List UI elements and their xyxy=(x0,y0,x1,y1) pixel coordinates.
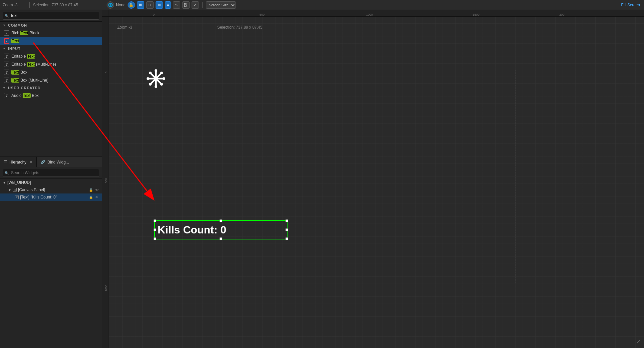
cursor-icon-btn[interactable]: ↖ xyxy=(173,1,180,9)
grid-num-btn[interactable]: 4 xyxy=(165,1,171,9)
handle-bm[interactable] xyxy=(220,237,222,240)
audio-text-box-icon: T xyxy=(4,93,9,98)
hierarchy-header: ☰ Hierarchy ✕ 🔗 Bind Widg... xyxy=(0,157,102,167)
image-icon-btn[interactable]: 🖼 xyxy=(182,1,190,9)
fill-screen-area: Fill Screen xyxy=(617,1,644,9)
ruler-mark-200: 200 xyxy=(559,13,564,16)
lock-icon[interactable]: 🔒 xyxy=(128,1,135,9)
fill-screen-button[interactable]: Fill Screen xyxy=(617,1,644,9)
hierarchy-search-input[interactable] xyxy=(3,169,99,177)
ruler-mark-500: 500 xyxy=(259,13,265,16)
hierarchy-item-canvas-panel[interactable]: ▼ □ [Canvas Panel] 🔒 👁 xyxy=(0,186,102,193)
selection-info: Selection: 737.89 x 87.45 xyxy=(33,3,100,7)
svg-point-5 xyxy=(155,85,157,88)
ruler-corner xyxy=(102,10,109,17)
zoom-label: Zoom -3 xyxy=(3,3,26,7)
handle-br[interactable] xyxy=(286,237,288,240)
snowflake-icon xyxy=(146,69,166,92)
r-button[interactable]: R xyxy=(146,1,154,9)
canvas-panel-icon: □ xyxy=(13,188,17,192)
editable-text-ml-icon: T xyxy=(4,62,9,67)
lock-small-icon[interactable]: 🔒 xyxy=(89,187,93,192)
selection-display: Selection: 737.89 x 87.45 xyxy=(217,25,262,30)
ruler-mark-0: 0 xyxy=(152,13,155,16)
canvas-grid: Zoom -3 Selection: 737.89 x 87.45 xyxy=(109,17,644,348)
hierarchy-item-label: [Canvas Panel] xyxy=(18,187,45,192)
hierarchy-item-wb-uihud[interactable]: ▼ [WB_UIHUD] xyxy=(0,179,102,186)
separator-1 xyxy=(29,2,30,8)
top-toolbar: Zoom -3 Selection: 737.89 x 87.45 🌐 None… xyxy=(0,0,644,10)
resize-handle-icon: ⤡ xyxy=(635,339,642,344)
hierarchy-close-icon[interactable]: ✕ xyxy=(30,160,32,164)
ruler-mark-v-1000: 1000 xyxy=(105,285,108,291)
vertical-ruler: 0 500 1000 xyxy=(102,17,109,348)
zoom-display: Zoom -3 xyxy=(117,25,132,30)
palette-panel: 🎨 Palette ✕ 📚 Library COMMON T Rich Text… xyxy=(0,0,102,157)
handle-tr[interactable] xyxy=(286,219,288,222)
ruler-mark-1500: 1500 xyxy=(472,13,479,16)
palette-item-rich-text-block[interactable]: T Rich Text Block xyxy=(0,29,102,37)
globe-icon[interactable]: 🌐 xyxy=(107,1,114,9)
tab-bind-widget[interactable]: 🔗 Bind Widg... xyxy=(37,157,73,167)
svg-point-8 xyxy=(149,72,152,74)
hierarchy-panel: ☰ Hierarchy ✕ 🔗 Bind Widg... ▼ [WB_UIHUD… xyxy=(0,157,102,348)
hierarchy-search-wrapper xyxy=(3,169,99,177)
lock-small-icon-2[interactable]: 🔒 xyxy=(89,195,93,199)
handle-ml[interactable] xyxy=(154,228,156,231)
text-icon: T xyxy=(4,38,9,44)
ruler-mark-v-0: 0 xyxy=(105,72,108,73)
none-label: None xyxy=(116,3,126,7)
section-input[interactable]: INPUT xyxy=(0,45,102,52)
hierarchy-item-text-kills[interactable]: T [Text] "Kills Count: 0" 🔒 👁 xyxy=(0,193,102,201)
canvas-text-element[interactable]: Kills Count: 0 xyxy=(154,220,288,239)
hierarchy-icons-2: 🔒 👁 xyxy=(89,195,99,199)
hierarchy-icons: 🔒 👁 xyxy=(89,187,99,192)
svg-point-10 xyxy=(149,83,152,86)
screen-size-dropdown[interactable]: Screen Size xyxy=(206,1,236,9)
canvas-area[interactable]: 0 500 1000 1500 200 0 500 1000 Zoom -3 S… xyxy=(102,10,644,348)
palette-item-editable-text[interactable]: T Editable Text xyxy=(0,52,102,60)
hierarchy-item-label: [Text] "Kills Count: 0" xyxy=(20,195,57,199)
svg-point-7 xyxy=(163,77,165,80)
svg-point-11 xyxy=(160,83,163,86)
hierarchy-search-bar xyxy=(0,167,102,179)
palette-search-bar xyxy=(0,10,102,22)
logo-svg xyxy=(146,69,166,89)
separator-2 xyxy=(103,2,103,8)
text-element-icon: T xyxy=(15,195,19,199)
text-box-ml-icon: T xyxy=(4,78,9,83)
kills-count-text: Kills Count: 0 xyxy=(158,224,226,236)
horizontal-ruler: 0 500 1000 1500 200 xyxy=(109,10,644,17)
ruler-mark-v-500: 500 xyxy=(105,178,108,183)
palette-item-text[interactable]: T Text xyxy=(0,37,102,45)
eye-icon-2[interactable]: 👁 xyxy=(95,195,99,199)
grid-icon-btn[interactable]: ⊞ xyxy=(137,1,144,9)
handle-tm[interactable] xyxy=(220,219,222,222)
handle-mr[interactable] xyxy=(286,228,288,231)
handle-bl[interactable] xyxy=(154,237,156,240)
svg-point-4 xyxy=(155,69,157,72)
eye-icon[interactable]: 👁 xyxy=(95,187,99,192)
layout-grid-btn[interactable]: ⊞ xyxy=(156,1,163,9)
search-wrapper xyxy=(3,12,99,20)
hierarchy-item-label: [WB_UIHUD] xyxy=(7,180,31,185)
palette-item-editable-text-multiline[interactable]: T Editable Text (Multi-Line) xyxy=(0,60,102,68)
text-box-icon: T xyxy=(4,70,9,75)
handle-tl[interactable] xyxy=(154,219,156,222)
ruler-mark-1000: 1000 xyxy=(365,13,373,16)
resize-icon-btn[interactable]: ⤢ xyxy=(192,1,199,9)
palette-item-text-box[interactable]: T Text Box xyxy=(0,68,102,76)
palette-search-input[interactable] xyxy=(3,12,99,20)
separator-3 xyxy=(202,2,203,8)
editable-text-icon: T xyxy=(4,54,9,59)
svg-point-6 xyxy=(147,77,149,80)
palette-item-text-box-multiline[interactable]: T Text Box (Multi-Line) xyxy=(0,76,102,84)
rich-text-block-icon: T xyxy=(4,30,9,36)
svg-point-9 xyxy=(160,72,163,74)
section-common[interactable]: COMMON xyxy=(0,22,102,29)
tab-hierarchy[interactable]: ☰ Hierarchy ✕ xyxy=(0,157,37,167)
canvas-frame: Kills Count: 0 xyxy=(149,70,515,283)
section-user-created[interactable]: USER CREATED xyxy=(0,84,102,92)
palette-item-audio-text-box[interactable]: T Audio Text Box xyxy=(0,92,102,100)
text-bounding-box: Kills Count: 0 xyxy=(154,220,288,239)
